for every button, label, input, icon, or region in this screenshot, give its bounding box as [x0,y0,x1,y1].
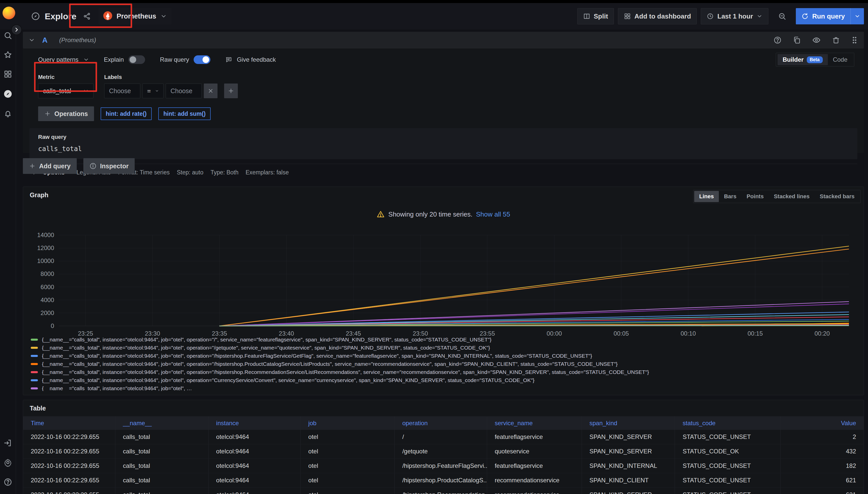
column-header-servicename[interactable]: service_name [487,416,582,430]
inspector-button[interactable]: Inspector [83,158,135,174]
legend-color-swatch [31,387,38,390]
table-row[interactable]: 2022-10-16 00:22:29.655calls_totalotelco… [23,488,864,494]
add-query-label: Add query [39,163,71,170]
legend-item[interactable]: {__name__="calls_total", instance="otelc… [31,376,858,384]
sidebar-item-help[interactable] [2,476,14,488]
grafana-logo[interactable] [2,6,15,19]
split-button[interactable]: Split [577,8,614,24]
time-range-picker[interactable]: Last 1 hour [701,8,768,24]
chevron-down-icon [29,37,35,43]
metric-select[interactable]: calls_total [38,83,93,98]
column-header-statuscode[interactable]: status_code [675,416,781,430]
table-cell: / [395,430,487,444]
query-options-row[interactable]: Options Legend: AutoFormat: Time seriesS… [30,164,857,176]
label-value-select[interactable]: Choose [166,83,202,98]
column-header-job[interactable]: job [301,416,395,430]
code-mode-button[interactable]: Code [828,54,852,65]
bell-icon [3,109,12,118]
legend-item[interactable]: {__name__="calls_total", instance="otelc… [31,384,858,391]
chevron-down-icon [83,57,89,63]
sidebar-item-starred[interactable] [2,49,14,60]
query-row-header[interactable]: A (Prometheus) [23,32,864,49]
eye-icon [812,36,821,44]
sidebar-item-settings[interactable] [2,457,14,468]
add-to-dashboard-button[interactable]: Add to dashboard [618,8,697,24]
query-hint-button[interactable]: hint: add rate() [101,107,152,120]
explain-toggle[interactable] [128,55,145,64]
legend-item[interactable]: {__name__="calls_total", instance="otelc… [31,344,858,352]
add-query-button[interactable]: Add query [23,158,77,174]
column-header-name[interactable]: __name__ [115,416,209,430]
sidebar-expand-button[interactable] [11,24,22,35]
axis-tick-label: 10000 [37,258,54,264]
metric-field: Metric calls_total [38,74,93,98]
builder-mode-button[interactable]: Builder Beta [778,54,828,65]
run-query-dropdown[interactable] [850,8,864,24]
sidebar-item-explore[interactable] [2,88,14,99]
query-toggle-visibility-button[interactable] [812,36,821,44]
datasource-picker[interactable]: Prometheus [98,8,171,25]
legend-label: {__name__="calls_total", instance="otelc… [42,385,192,391]
clock-icon [707,13,714,20]
table-cell: otelcol:9464 [209,444,301,458]
query-datasource-hint: (Prometheus) [59,37,96,44]
sidebar-item-dashboards[interactable] [2,69,14,80]
add-operation-button[interactable]: Operations [38,106,94,121]
explore-compass-icon [3,89,13,98]
query-help-button[interactable] [774,36,782,44]
split-icon [583,13,590,20]
remove-label-filter-button[interactable] [204,83,217,98]
gear-icon [3,458,12,467]
query-hint-button[interactable]: hint: add sum() [158,107,211,120]
table-cell: featureflagservice [487,430,582,444]
legend-item[interactable]: {__name__="calls_total", instance="otelc… [31,336,858,344]
query-duplicate-button[interactable] [793,36,801,44]
column-header-operation[interactable]: operation [395,416,487,430]
run-query-button[interactable]: Run query [796,8,864,24]
operations-label: Operations [54,110,88,117]
table-cell: calls_total [115,459,209,473]
sidebar-item-alerting[interactable] [2,108,14,119]
legend-label: {__name__="calls_total", instance="otelc… [42,337,491,343]
axis-tick-label: 8000 [41,270,54,277]
table-row[interactable]: 2022-10-16 00:22:29.655calls_totalotelco… [23,459,864,473]
query-remove-button[interactable] [832,36,840,44]
zoom-out-button[interactable] [773,8,792,24]
table-row[interactable]: 2022-10-16 00:22:29.655calls_totalotelco… [23,473,864,488]
raw-query-title: Raw query [38,134,849,140]
legend-color-swatch [31,355,38,357]
raw-query-toggle[interactable] [194,55,211,64]
legend-color-swatch [31,339,38,341]
table-cell: recommendationservice [487,473,582,488]
table-row[interactable]: 2022-10-16 00:22:29.655calls_totalotelco… [23,430,864,444]
column-header-Value[interactable]: Value [781,416,864,430]
add-label-filter-button[interactable] [224,83,238,98]
column-header-instance[interactable]: instance [209,416,301,430]
query-editor-panel: A (Prometheus) Query patterns Explain Ra… [23,32,864,153]
label-operator: = [147,87,151,95]
column-header-Time[interactable]: Time [23,416,115,430]
column-header-spankind[interactable]: span_kind [582,416,675,430]
nav-sidebar [0,30,16,494]
query-drag-handle[interactable] [851,36,858,44]
axis-tick-label: 6000 [41,284,54,290]
legend-label: {__name__="calls_total", instance="otelc… [42,353,592,359]
legend-item[interactable]: {__name__="calls_total", instance="otelc… [31,352,858,360]
label-operator-select[interactable]: = [142,83,164,98]
table-cell: 2022-10-16 00:22:29.655 [23,459,115,473]
time-series-chart[interactable]: 0200040006000800010000120001400023:2523:… [23,187,864,339]
chevron-down-icon [160,13,167,20]
label-key-select[interactable]: Choose [104,83,140,98]
chevron-down-icon [196,88,197,93]
options-summary-item: Exemplars: false [246,169,289,176]
query-patterns-dropdown[interactable]: Query patterns [38,56,89,63]
legend-item[interactable]: {__name__="calls_total", instance="otelc… [31,360,858,368]
dashboards-icon [3,70,12,78]
give-feedback-link[interactable]: Give feedback [225,56,276,63]
sidebar-item-sign-in[interactable] [2,437,14,449]
table-row[interactable]: 2022-10-16 00:22:29.655calls_totalotelco… [23,444,864,459]
share-alt-icon[interactable] [83,13,91,20]
legend-label: {__name__="calls_total", instance="otelc… [42,369,649,375]
table-cell: 2022-10-16 00:22:29.655 [23,473,115,488]
legend-item[interactable]: {__name__="calls_total", instance="otelc… [31,368,858,376]
